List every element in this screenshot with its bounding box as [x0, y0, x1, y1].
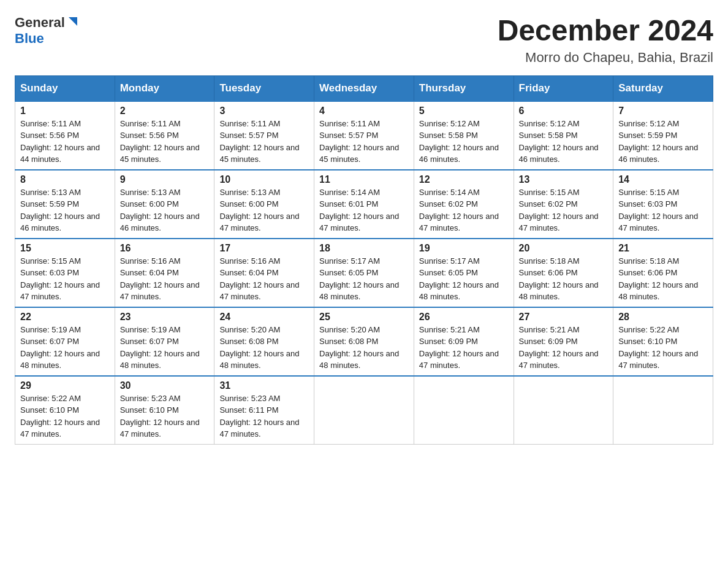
calendar-cell: 25 Sunrise: 5:20 AM Sunset: 6:08 PM Dayl…	[314, 307, 414, 376]
sunset-label: Sunset: 6:11 PM	[219, 405, 278, 415]
day-info: Sunrise: 5:20 AM Sunset: 6:08 PM Dayligh…	[219, 324, 309, 372]
calendar-cell	[314, 376, 414, 445]
day-number: 7	[618, 105, 708, 117]
day-number: 2	[120, 105, 210, 117]
day-number: 18	[319, 243, 409, 254]
day-number: 30	[120, 380, 210, 391]
day-number: 23	[120, 312, 210, 323]
day-number: 16	[120, 243, 210, 254]
day-number: 22	[20, 312, 110, 323]
logo-arrow-icon	[66, 15, 80, 28]
day-info: Sunrise: 5:19 AM Sunset: 6:07 PM Dayligh…	[120, 324, 210, 372]
sunset-label: Sunset: 6:04 PM	[120, 268, 179, 277]
daylight-label: Daylight: 12 hours and 46 minutes.	[419, 143, 499, 164]
calendar-cell: 18 Sunrise: 5:17 AM Sunset: 6:05 PM Dayl…	[314, 239, 414, 307]
header-wednesday: Wednesday	[314, 75, 414, 101]
day-info: Sunrise: 5:17 AM Sunset: 6:05 PM Dayligh…	[419, 255, 509, 303]
header-friday: Friday	[514, 75, 613, 101]
day-info: Sunrise: 5:20 AM Sunset: 6:08 PM Dayligh…	[319, 324, 409, 372]
daylight-label: Daylight: 12 hours and 48 minutes.	[319, 280, 399, 302]
day-number: 19	[419, 243, 509, 254]
calendar-cell: 14 Sunrise: 5:15 AM Sunset: 6:03 PM Dayl…	[613, 170, 713, 239]
sunset-label: Sunset: 6:10 PM	[120, 405, 179, 415]
day-number: 5	[419, 105, 509, 117]
sunrise-label: Sunrise: 5:16 AM	[120, 256, 181, 266]
day-number: 3	[219, 105, 309, 117]
calendar-cell: 3 Sunrise: 5:11 AM Sunset: 5:57 PM Dayli…	[214, 101, 314, 170]
daylight-label: Daylight: 12 hours and 47 minutes.	[20, 280, 100, 302]
daylight-label: Daylight: 12 hours and 46 minutes.	[20, 212, 100, 233]
sunset-label: Sunset: 6:07 PM	[120, 337, 179, 346]
sunrise-label: Sunrise: 5:12 AM	[519, 119, 580, 128]
day-number: 15	[20, 243, 110, 254]
header-monday: Monday	[115, 75, 214, 101]
day-number: 21	[618, 243, 708, 254]
sunrise-label: Sunrise: 5:14 AM	[419, 188, 480, 197]
day-info: Sunrise: 5:13 AM Sunset: 6:00 PM Dayligh…	[120, 186, 210, 234]
sunset-label: Sunset: 6:03 PM	[618, 199, 677, 209]
sunset-label: Sunset: 5:58 PM	[419, 131, 478, 140]
daylight-label: Daylight: 12 hours and 48 minutes.	[20, 349, 100, 370]
sunset-label: Sunset: 6:10 PM	[618, 337, 677, 346]
calendar-cell: 1 Sunrise: 5:11 AM Sunset: 5:56 PM Dayli…	[15, 101, 115, 170]
day-info: Sunrise: 5:23 AM Sunset: 6:10 PM Dayligh…	[120, 393, 210, 440]
sunset-label: Sunset: 6:02 PM	[419, 199, 478, 209]
day-number: 1	[20, 105, 110, 117]
calendar-cell: 2 Sunrise: 5:11 AM Sunset: 5:56 PM Dayli…	[115, 101, 214, 170]
daylight-label: Daylight: 12 hours and 47 minutes.	[519, 349, 599, 370]
header-thursday: Thursday	[414, 75, 514, 101]
daylight-label: Daylight: 12 hours and 47 minutes.	[419, 349, 499, 370]
sunrise-label: Sunrise: 5:17 AM	[319, 256, 380, 266]
day-info: Sunrise: 5:22 AM Sunset: 6:10 PM Dayligh…	[20, 393, 110, 440]
day-number: 28	[618, 312, 708, 323]
daylight-label: Daylight: 12 hours and 48 minutes.	[219, 349, 299, 370]
day-number: 29	[20, 380, 110, 391]
day-number: 26	[419, 312, 509, 323]
sunset-label: Sunset: 6:00 PM	[120, 199, 179, 209]
sunrise-label: Sunrise: 5:22 AM	[20, 394, 81, 403]
day-number: 9	[120, 174, 210, 185]
sunset-label: Sunset: 6:06 PM	[618, 268, 677, 277]
logo: General Blue	[15, 15, 80, 47]
calendar-cell: 7 Sunrise: 5:12 AM Sunset: 5:59 PM Dayli…	[613, 101, 713, 170]
day-number: 12	[419, 174, 509, 185]
calendar-cell	[414, 376, 514, 445]
calendar-table: Sunday Monday Tuesday Wednesday Thursday…	[15, 75, 713, 445]
day-info: Sunrise: 5:13 AM Sunset: 5:59 PM Dayligh…	[20, 186, 110, 234]
day-number: 17	[219, 243, 309, 254]
sunrise-label: Sunrise: 5:19 AM	[120, 325, 181, 334]
page-header: General Blue December 2024 Morro do Chap…	[15, 15, 713, 66]
header-saturday: Saturday	[613, 75, 713, 101]
day-info: Sunrise: 5:21 AM Sunset: 6:09 PM Dayligh…	[419, 324, 509, 372]
sunset-label: Sunset: 6:03 PM	[20, 268, 79, 277]
sunrise-label: Sunrise: 5:12 AM	[618, 119, 679, 128]
calendar-cell: 29 Sunrise: 5:22 AM Sunset: 6:10 PM Dayl…	[15, 376, 115, 445]
sunrise-label: Sunrise: 5:20 AM	[219, 325, 280, 334]
day-info: Sunrise: 5:14 AM Sunset: 6:02 PM Dayligh…	[419, 186, 509, 234]
sunrise-label: Sunrise: 5:15 AM	[519, 188, 580, 197]
sunrise-label: Sunrise: 5:16 AM	[219, 256, 280, 266]
day-number: 14	[618, 174, 708, 185]
calendar-cell: 12 Sunrise: 5:14 AM Sunset: 6:02 PM Dayl…	[414, 170, 514, 239]
day-number: 6	[519, 105, 609, 117]
calendar-cell: 31 Sunrise: 5:23 AM Sunset: 6:11 PM Dayl…	[214, 376, 314, 445]
calendar-cell: 27 Sunrise: 5:21 AM Sunset: 6:09 PM Dayl…	[514, 307, 613, 376]
calendar-cell	[613, 376, 713, 445]
sunset-label: Sunset: 6:09 PM	[419, 337, 478, 346]
page-title: December 2024	[498, 15, 713, 47]
calendar-week-row-3: 15 Sunrise: 5:15 AM Sunset: 6:03 PM Dayl…	[15, 239, 713, 307]
sunset-label: Sunset: 6:04 PM	[219, 268, 278, 277]
day-number: 10	[219, 174, 309, 185]
daylight-label: Daylight: 12 hours and 46 minutes.	[618, 143, 698, 164]
calendar-week-row-1: 1 Sunrise: 5:11 AM Sunset: 5:56 PM Dayli…	[15, 101, 713, 170]
sunrise-label: Sunrise: 5:15 AM	[618, 188, 679, 197]
calendar-cell: 8 Sunrise: 5:13 AM Sunset: 5:59 PM Dayli…	[15, 170, 115, 239]
day-info: Sunrise: 5:11 AM Sunset: 5:57 PM Dayligh…	[319, 118, 409, 166]
daylight-label: Daylight: 12 hours and 48 minutes.	[319, 349, 399, 370]
header-sunday: Sunday	[15, 75, 115, 101]
day-info: Sunrise: 5:15 AM Sunset: 6:03 PM Dayligh…	[20, 255, 110, 303]
sunrise-label: Sunrise: 5:14 AM	[319, 188, 380, 197]
calendar-cell: 17 Sunrise: 5:16 AM Sunset: 6:04 PM Dayl…	[214, 239, 314, 307]
daylight-label: Daylight: 12 hours and 44 minutes.	[20, 143, 100, 164]
calendar-cell: 26 Sunrise: 5:21 AM Sunset: 6:09 PM Dayl…	[414, 307, 514, 376]
